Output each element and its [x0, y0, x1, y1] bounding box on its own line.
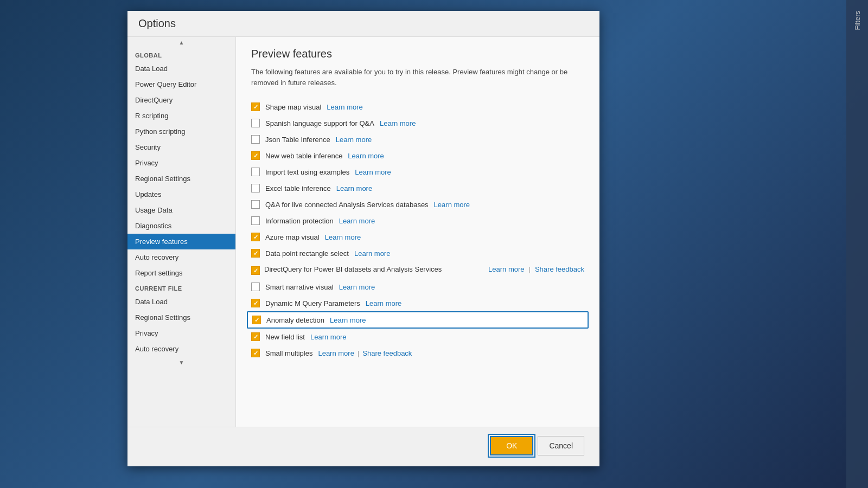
section-desc: The following features are available for… [251, 67, 584, 88]
share-feedback-small-multiples[interactable]: Share feedback [362, 349, 412, 357]
sidebar-item-cf-privacy[interactable]: Privacy [127, 325, 235, 341]
feature-name-info-protection: Information protection [265, 217, 334, 225]
section-title: Preview features [251, 48, 584, 60]
learn-more-excel-table[interactable]: Learn more [336, 184, 372, 192]
feature-row-anomaly-detection: Anomaly detection Learn more [247, 311, 589, 329]
learn-more-qna-live[interactable]: Learn more [434, 201, 470, 209]
dialog-title: Options [127, 11, 599, 37]
learn-more-azure-map[interactable]: Learn more [325, 233, 361, 241]
button-row: OK Cancel [127, 427, 599, 464]
learn-more-anomaly-detection[interactable]: Learn more [330, 316, 366, 324]
learn-more-data-point[interactable]: Learn more [354, 249, 390, 258]
feature-row-shape-map-visual: Shape map visual Learn more [251, 99, 584, 115]
learn-more-info-protection[interactable]: Learn more [339, 217, 375, 225]
sidebar-item-diagnostics[interactable]: Diagnostics [127, 218, 235, 234]
checkbox-smart-narrative[interactable] [251, 282, 260, 291]
checkbox-qna-live[interactable] [251, 200, 260, 209]
sidebar-item-directquery[interactable]: DirectQuery [127, 92, 235, 108]
learn-more-small-multiples[interactable]: Learn more [318, 349, 354, 357]
checkbox-new-field-list[interactable] [251, 332, 260, 341]
feature-name-new-field-list: New field list [265, 333, 305, 341]
cancel-button[interactable]: Cancel [538, 436, 584, 455]
feature-name-dynamic-m-query: Dynamic M Query Parameters [265, 299, 360, 307]
checkbox-shape-map-visual[interactable] [251, 102, 260, 111]
feature-row-new-field-list: New field list Learn more [251, 329, 584, 345]
feature-name-data-point: Data point rectangle select [265, 249, 349, 258]
feature-row-import-text: Import text using examples Learn more [251, 164, 584, 180]
learn-more-directquery-powerbi[interactable]: Learn more [488, 265, 524, 273]
sidebar-item-privacy[interactable]: Privacy [127, 155, 235, 171]
feature-name-directquery-powerbi: DirectQuery for Power BI datasets and An… [264, 265, 442, 273]
sidebar-item-updates[interactable]: Updates [127, 187, 235, 202]
learn-more-shape-map-visual[interactable]: Learn more [327, 103, 362, 111]
feature-name-shape-map-visual: Shape map visual [265, 103, 321, 111]
feature-name-import-text: Import text using examples [265, 168, 349, 176]
checkbox-azure-map[interactable] [251, 233, 260, 241]
sidebar-item-python-scripting[interactable]: Python scripting [127, 124, 235, 139]
sidebar-item-data-load[interactable]: Data Load [127, 61, 235, 76]
feature-row-smart-narrative: Smart narrative visual Learn more [251, 279, 584, 295]
sidebar-item-cf-auto-recovery[interactable]: Auto recovery [127, 341, 235, 357]
scroll-down-button[interactable]: ▼ [127, 357, 235, 368]
sidebar-item-auto-recovery[interactable]: Auto recovery [127, 249, 235, 265]
feature-row-info-protection: Information protection Learn more [251, 213, 584, 229]
feature-name-excel-table: Excel table inference [265, 184, 331, 192]
checkbox-dynamic-m-query[interactable] [251, 299, 260, 307]
global-section-label: GLOBAL [127, 48, 235, 61]
feature-row-new-web-table: New web table inference Learn more [251, 147, 584, 164]
scroll-up-button[interactable]: ▲ [127, 37, 235, 48]
feature-row-dynamic-m-query: Dynamic M Query Parameters Learn more [251, 295, 584, 311]
right-panel: Filters [846, 0, 868, 488]
checkbox-small-multiples[interactable] [251, 349, 260, 357]
checkbox-anomaly-detection[interactable] [252, 316, 261, 324]
feature-row-spanish-language: Spanish language support for Q&A Learn m… [251, 115, 584, 131]
checkbox-directquery-powerbi[interactable] [251, 266, 260, 275]
sidebar-item-power-query-editor[interactable]: Power Query Editor [127, 76, 235, 92]
pipe-sep-small-multiples: | [358, 349, 359, 357]
feature-name-qna-live: Q&A for live connected Analysis Services… [265, 201, 429, 209]
feature-row-data-point: Data point rectangle select Learn more [251, 245, 584, 261]
feature-row-qna-live: Q&A for live connected Analysis Services… [251, 196, 584, 213]
feature-name-spanish-language: Spanish language support for Q&A [265, 119, 374, 127]
feature-row-excel-table: Excel table inference Learn more [251, 180, 584, 196]
learn-more-spanish-language[interactable]: Learn more [380, 119, 416, 127]
learn-more-json-table[interactable]: Learn more [336, 136, 372, 144]
sidebar-item-regional-settings[interactable]: Regional Settings [127, 171, 235, 187]
feature-row-azure-map: Azure map visual Learn more [251, 229, 584, 245]
feature-name-azure-map: Azure map visual [265, 233, 320, 241]
ok-button[interactable]: OK [490, 436, 533, 455]
feature-name-small-multiples: Small multiples [265, 349, 312, 357]
feature-row-directquery-powerbi: DirectQuery for Power BI datasets and An… [251, 261, 584, 279]
learn-more-smart-narrative[interactable]: Learn more [339, 283, 375, 291]
feature-row-json-table: Json Table Inference Learn more [251, 131, 584, 147]
sidebar: ▲ GLOBAL Data Load Power Query Editor Di… [127, 37, 236, 427]
checkbox-excel-table[interactable] [251, 184, 260, 192]
learn-more-new-web-table[interactable]: Learn more [348, 152, 384, 160]
sidebar-item-cf-data-load[interactable]: Data Load [127, 294, 235, 310]
filters-label[interactable]: Filters [853, 11, 861, 30]
checkbox-new-web-table[interactable] [251, 151, 260, 160]
feature-name-new-web-table: New web table inference [265, 152, 342, 160]
sidebar-item-cf-regional-settings[interactable]: Regional Settings [127, 310, 235, 325]
learn-more-new-field-list[interactable]: Learn more [310, 333, 346, 341]
checkbox-json-table[interactable] [251, 135, 260, 144]
feature-name-json-table: Json Table Inference [265, 136, 330, 144]
checkbox-spanish-language[interactable] [251, 119, 260, 127]
options-dialog: Options ▲ GLOBAL Data Load Power Query E… [127, 11, 599, 466]
pipe-separator: | [529, 265, 531, 273]
checkbox-data-point[interactable] [251, 249, 260, 258]
learn-more-import-text[interactable]: Learn more [355, 168, 391, 176]
feature-name-smart-narrative: Smart narrative visual [265, 283, 334, 291]
sidebar-item-usage-data[interactable]: Usage Data [127, 202, 235, 218]
checkbox-info-protection[interactable] [251, 216, 260, 225]
sidebar-item-r-scripting[interactable]: R scripting [127, 108, 235, 124]
feature-row-small-multiples: Small multiples Learn more | Share feedb… [251, 345, 584, 361]
current-file-section-label: CURRENT FILE [127, 281, 235, 294]
feature-name-anomaly-detection: Anomaly detection [266, 316, 324, 324]
sidebar-item-security[interactable]: Security [127, 139, 235, 155]
sidebar-item-report-settings[interactable]: Report settings [127, 265, 235, 281]
learn-more-dynamic-m-query[interactable]: Learn more [366, 299, 401, 307]
sidebar-item-preview-features[interactable]: Preview features [127, 234, 235, 249]
checkbox-import-text[interactable] [251, 168, 260, 176]
share-feedback-directquery-powerbi[interactable]: Share feedback [535, 265, 584, 273]
